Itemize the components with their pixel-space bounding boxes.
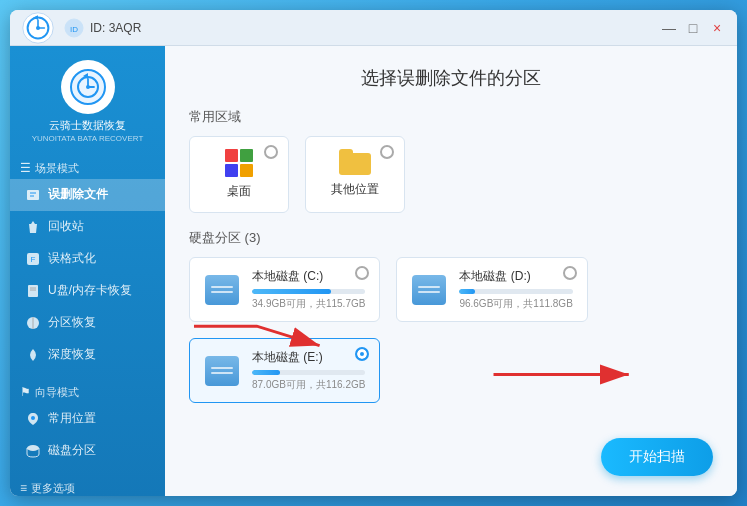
- disk-d-hdd-icon: [411, 272, 447, 308]
- other-label: 其他位置: [331, 181, 379, 198]
- desktop-label: 桌面: [227, 183, 251, 200]
- disk-section-label: 硬盘分区 (3): [189, 229, 713, 247]
- disk-part-icon: [24, 442, 42, 460]
- sidebar-item-recycle[interactable]: 回收站: [10, 211, 165, 243]
- svg-text:ID: ID: [70, 25, 78, 34]
- disk-d-info: 本地磁盘 (D:) 96.6GB可用，共111.8GB: [459, 268, 572, 311]
- id-icon: ID: [64, 18, 84, 38]
- disk-e-bar-fill: [252, 370, 280, 375]
- disk-e-name: 本地磁盘 (E:): [252, 349, 365, 366]
- other-card[interactable]: 其他位置: [305, 136, 405, 213]
- desktop-radio[interactable]: [264, 145, 278, 159]
- section-guide: ⚑ 向导模式: [10, 379, 165, 403]
- scene-icon: ☰: [20, 161, 31, 175]
- sidebar-item-disk-part[interactable]: 磁盘分区: [10, 435, 165, 467]
- disk-e-radio[interactable]: [355, 347, 369, 361]
- svg-rect-13: [28, 285, 38, 297]
- titlebar-left: ID ID: 3AQR: [20, 10, 141, 46]
- sidebar: 云骑士数据恢复 YUNOITATA BATA RECOVERT ☰ 场景模式 误…: [10, 46, 165, 496]
- disk-e-info: 本地磁盘 (E:) 87.0GB可用，共116.2GB: [252, 349, 365, 392]
- deeprestore-icon: [24, 346, 42, 364]
- disk-d-bar: [459, 289, 572, 294]
- common-section-label: 常用区域: [189, 108, 713, 126]
- sidebar-item-format[interactable]: F 误格式化: [10, 243, 165, 275]
- sdcard-icon: [24, 282, 42, 300]
- folder-icon: [339, 149, 371, 175]
- common-pos-icon: [24, 410, 42, 428]
- other-radio[interactable]: [380, 145, 394, 159]
- partition-icon: [24, 314, 42, 332]
- app-id: ID: 3AQR: [90, 21, 141, 35]
- format-icon: F: [24, 250, 42, 268]
- recycle-icon: [24, 218, 42, 236]
- disk-e-bar: [252, 370, 365, 375]
- sidebar-item-common-pos[interactable]: 常用位置: [10, 403, 165, 435]
- misdelete-icon: [24, 186, 42, 204]
- titlebar: ID ID: 3AQR — □ ×: [10, 10, 737, 46]
- section-scene: ☰ 场景模式: [10, 155, 165, 179]
- svg-point-19: [27, 445, 39, 451]
- disk-d-size: 96.6GB可用，共111.8GB: [459, 297, 572, 311]
- close-button[interactable]: ×: [707, 18, 727, 38]
- disk-c-size: 34.9GB可用，共115.7GB: [252, 297, 365, 311]
- windows-icon: [225, 149, 253, 177]
- svg-point-2: [36, 26, 40, 30]
- disk-c-hdd-icon: [204, 272, 240, 308]
- sidebar-item-sdcard[interactable]: U盘/内存卡恢复: [10, 275, 165, 307]
- disk-e-hdd-icon: [204, 353, 240, 389]
- app-window: ID ID: 3AQR — □ ×: [10, 10, 737, 496]
- disk-d-card[interactable]: 本地磁盘 (D:) 96.6GB可用，共111.8GB: [396, 257, 587, 322]
- disk-d-bar-fill: [459, 289, 475, 294]
- start-button[interactable]: 开始扫描: [601, 438, 713, 476]
- svg-point-7: [86, 85, 90, 89]
- more-icon: ≡: [20, 481, 27, 495]
- svg-text:F: F: [31, 255, 36, 264]
- main-title: 选择误删除文件的分区: [189, 66, 713, 90]
- disk-c-name: 本地磁盘 (C:): [252, 268, 365, 285]
- disk-c-bar: [252, 289, 365, 294]
- disk-region-row: 本地磁盘 (C:) 34.9GB可用，共115.7GB: [189, 257, 713, 322]
- content-area: 云骑士数据恢复 YUNOITATA BATA RECOVERT ☰ 场景模式 误…: [10, 46, 737, 496]
- disk-d-name: 本地磁盘 (D:): [459, 268, 572, 285]
- common-region-row: 桌面 其他位置: [189, 136, 713, 213]
- disk-c-info: 本地磁盘 (C:) 34.9GB可用，共115.7GB: [252, 268, 365, 311]
- disk-c-bar-fill: [252, 289, 331, 294]
- disk-e-size: 87.0GB可用，共116.2GB: [252, 378, 365, 392]
- sidebar-item-deeprestore[interactable]: 深度恢复: [10, 339, 165, 371]
- svg-point-18: [31, 416, 35, 420]
- desktop-card[interactable]: 桌面: [189, 136, 289, 213]
- logo-circle: [61, 60, 115, 114]
- sidebar-item-partition[interactable]: 分区恢复: [10, 307, 165, 339]
- app-logo: [20, 10, 56, 46]
- sidebar-logo: 云骑士数据恢复 YUNOITATA BATA RECOVERT: [10, 46, 165, 155]
- titlebar-id: ID ID: 3AQR: [64, 18, 141, 38]
- minimize-button[interactable]: —: [659, 18, 679, 38]
- maximize-button[interactable]: □: [683, 18, 703, 38]
- svg-rect-8: [27, 190, 39, 200]
- app-name: 云骑士数据恢复 YUNOITATA BATA RECOVERT: [20, 118, 155, 145]
- disk-c-radio[interactable]: [355, 266, 369, 280]
- disk-d-radio[interactable]: [563, 266, 577, 280]
- disk-e-row: 本地磁盘 (E:) 87.0GB可用，共116.2GB: [189, 338, 713, 403]
- disk-c-card[interactable]: 本地磁盘 (C:) 34.9GB可用，共115.7GB: [189, 257, 380, 322]
- guide-icon: ⚑: [20, 385, 31, 399]
- main-panel: 选择误删除文件的分区 常用区域 桌面: [165, 46, 737, 496]
- titlebar-controls: — □ ×: [659, 18, 727, 38]
- section-more: ≡ 更多选项: [10, 475, 165, 496]
- disk-e-card[interactable]: 本地磁盘 (E:) 87.0GB可用，共116.2GB: [189, 338, 380, 403]
- sidebar-item-misdelete[interactable]: 误删除文件: [10, 179, 165, 211]
